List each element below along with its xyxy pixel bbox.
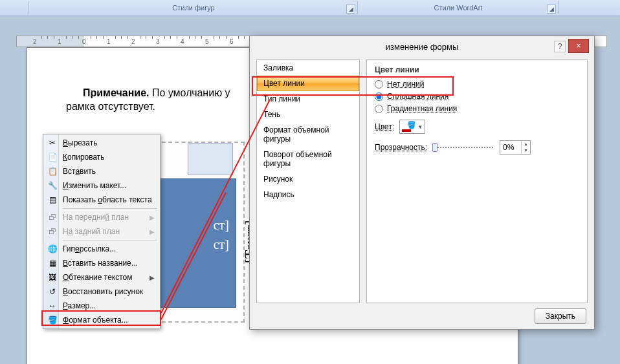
ribbon-group-unknown2 — [559, 0, 620, 16]
submenu-arrow-icon: ▶ — [149, 274, 155, 281]
menu-icon: 📋 — [47, 166, 58, 177]
menu-item-label: Показать область текста — [63, 195, 152, 204]
dialog-launcher-icon[interactable]: ◢ — [346, 5, 355, 14]
slider-thumb[interactable] — [432, 143, 437, 152]
spin-down-icon[interactable]: ▼ — [522, 147, 530, 154]
dialog-category-list: ЗаливкаЦвет линииТип линииТеньФормат объ… — [256, 59, 360, 303]
dialog-category-item[interactable]: Формат объемной фигуры — [257, 122, 359, 147]
panel-title: Цвет линии — [375, 65, 579, 74]
radio-input[interactable] — [375, 80, 383, 89]
menu-item-label: Вставить название... — [63, 259, 138, 268]
context-menu-item: 🗗На задний план▶ — [45, 224, 159, 239]
transparency-label: Прозрачность: — [375, 143, 427, 152]
dialog-category-item[interactable]: Надпись — [257, 187, 359, 202]
menu-icon: ▤ — [47, 195, 58, 205]
menu-item-label: Формат объекта... — [63, 316, 128, 325]
smartart-thumb — [188, 143, 233, 175]
menu-icon: 🌐 — [47, 244, 58, 254]
menu-item-label: Вставить — [63, 167, 96, 176]
context-menu-item[interactable]: ▦Вставить название... — [45, 256, 159, 270]
dialog-category-item[interactable]: Заливка — [257, 60, 359, 76]
menu-icon: 🗗 — [47, 212, 58, 222]
context-menu: ✂Вырезать📄Копировать📋Вставить🔧Изменить м… — [43, 134, 161, 329]
context-menu-item[interactable]: 🖼Обтекание текстом▶ — [45, 270, 159, 284]
context-menu-item: 🗗На передний план▶ — [45, 210, 159, 224]
transparency-slider[interactable] — [432, 142, 494, 153]
context-menu-item[interactable]: ↺Восстановить рисунок — [45, 284, 159, 299]
ribbon-group-labels: Стили фигур ◢ Стили WordArt ◢ — [0, 0, 620, 16]
menu-icon: ✂ — [47, 138, 58, 148]
menu-item-label: Изменить макет... — [63, 181, 126, 190]
ribbon-group-label: Стили WordArt — [434, 4, 483, 12]
menu-icon: 🪣 — [47, 315, 58, 325]
radio-input[interactable] — [375, 105, 383, 113]
format-shape-dialog: изменение формы ? × ЗаливкаЦвет линииТип… — [249, 36, 595, 330]
menu-separator — [63, 240, 157, 241]
context-menu-item[interactable]: ▤Показать область текста — [45, 193, 159, 207]
menu-icon: ↺ — [47, 286, 58, 297]
menu-item-label: Вырезать — [63, 138, 97, 147]
context-menu-item[interactable]: 🌐Гиперссылка... — [45, 242, 159, 256]
menu-item-label: Размер... — [63, 301, 96, 310]
context-menu-item[interactable]: 📄Копировать — [45, 150, 159, 164]
dialog-title: изменение формы — [386, 42, 459, 52]
dialog-close-button[interactable]: Закрыть — [535, 308, 586, 324]
transparency-spinner[interactable]: 0% ▲ ▼ — [500, 140, 531, 155]
color-label: Цвет: — [375, 122, 394, 131]
radio-no-line[interactable]: Нет линий — [375, 80, 579, 89]
menu-item-label: Копировать — [63, 153, 105, 162]
help-button[interactable]: ? — [554, 41, 566, 52]
menu-icon: 🖼 — [47, 272, 58, 283]
radio-gradient-line[interactable]: Градиентная линия — [375, 104, 579, 113]
menu-icon: 🗗 — [47, 226, 58, 237]
color-row: Цвет: ▼ — [375, 120, 579, 134]
dropdown-icon: ▼ — [417, 124, 423, 130]
menu-item-label: На передний план — [63, 213, 129, 222]
dialog-category-item[interactable]: Цвет линии — [257, 76, 359, 91]
menu-separator — [63, 208, 157, 209]
radio-input[interactable] — [375, 92, 383, 101]
context-menu-item[interactable]: 📋Вставить — [45, 164, 159, 178]
dialog-panel: Цвет линии Нет линий Сплошная линия Град… — [366, 59, 588, 303]
dialog-titlebar: изменение формы ? × — [250, 36, 594, 57]
ribbon-group-shape-styles: Стили фигур ◢ — [29, 0, 358, 16]
context-menu-item[interactable]: ✂Вырезать — [45, 136, 159, 150]
close-button[interactable]: × — [568, 39, 589, 53]
spin-up-icon[interactable]: ▲ — [522, 141, 530, 147]
dialog-launcher-icon[interactable]: ◢ — [547, 5, 556, 14]
context-menu-item[interactable]: ↔Размер... — [45, 299, 159, 313]
transparency-row: Прозрачность: 0% ▲ ▼ — [375, 140, 579, 155]
context-menu-item[interactable]: 🪣Формат объекта... — [45, 313, 159, 327]
dialog-category-item[interactable]: Поворот объемной фигуры — [257, 147, 359, 171]
menu-item-label: Обтекание текстом — [63, 273, 132, 282]
radio-solid-line[interactable]: Сплошная линия — [375, 92, 579, 101]
dialog-category-item[interactable]: Тип линии — [257, 91, 359, 107]
color-picker-button[interactable]: ▼ — [399, 120, 425, 134]
dialog-category-item[interactable]: Тень — [257, 107, 359, 122]
menu-icon: 🔧 — [47, 180, 58, 191]
dialog-category-item[interactable]: Рисунок — [257, 171, 359, 187]
color-swatch — [402, 129, 411, 132]
menu-item-label: Гиперссылка... — [63, 244, 116, 253]
submenu-arrow-icon: ▶ — [149, 214, 155, 221]
ribbon-group-label: Стили фигур — [172, 4, 214, 12]
menu-icon: ↔ — [47, 301, 58, 311]
smartart-placeholder-text: ст] — [214, 218, 229, 233]
smartart-placeholder-text: ст] — [214, 237, 229, 252]
submenu-arrow-icon: ▶ — [149, 228, 155, 235]
ribbon-group-wordart-styles: Стили WordArt ◢ — [358, 0, 559, 16]
context-menu-item[interactable]: 🔧Изменить макет... — [45, 178, 159, 193]
menu-icon: 📄 — [47, 152, 58, 162]
ribbon-group-unknown1 — [0, 0, 29, 16]
menu-item-label: Восстановить рисунок — [63, 287, 143, 296]
menu-item-label: На задний план — [63, 227, 120, 236]
menu-icon: ▦ — [47, 258, 58, 268]
